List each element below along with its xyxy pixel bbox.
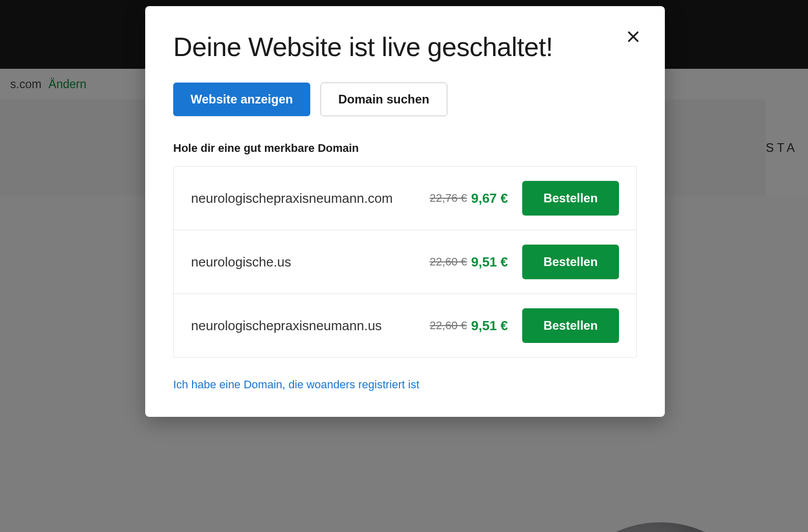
- price-new: 9,67 €: [471, 191, 508, 206]
- order-button[interactable]: Bestellen: [522, 181, 619, 216]
- domain-list: neurologischepraxisneumann.com 22,76 € 9…: [173, 166, 637, 358]
- search-domain-button[interactable]: Domain suchen: [320, 83, 447, 116]
- price-new: 9,51 €: [471, 318, 508, 334]
- live-modal: Deine Website ist live geschaltet! Websi…: [145, 6, 665, 417]
- domain-name: neurologischepraxisneumann.com: [191, 189, 429, 207]
- order-button[interactable]: Bestellen: [522, 245, 619, 279]
- price-block: 22,76 € 9,67 €: [429, 191, 508, 206]
- price-block: 22,60 € 9,51 €: [429, 254, 508, 270]
- domain-section-label: Hole dir eine gut merkbare Domain: [173, 142, 637, 155]
- domain-name: neurologischepraxisneumann.us: [191, 316, 429, 335]
- close-button[interactable]: [623, 26, 643, 47]
- price-old: 22,60 €: [429, 319, 467, 332]
- order-button[interactable]: Bestellen: [522, 308, 619, 343]
- modal-title: Deine Website ist live geschaltet!: [173, 32, 637, 62]
- view-site-button[interactable]: Website anzeigen: [173, 83, 310, 116]
- price-old: 22,60 €: [429, 255, 467, 269]
- domain-row: neurologische.us 22,60 € 9,51 € Bestelle…: [174, 230, 636, 294]
- domain-row: neurologischepraxisneumann.us 22,60 € 9,…: [174, 294, 636, 357]
- button-row: Website anzeigen Domain suchen: [173, 83, 637, 116]
- price-old: 22,76 €: [429, 192, 467, 205]
- domain-row: neurologischepraxisneumann.com 22,76 € 9…: [174, 167, 636, 230]
- domain-name: neurologische.us: [191, 253, 429, 271]
- price-new: 9,51 €: [471, 254, 508, 270]
- existing-domain-link[interactable]: Ich habe eine Domain, die woanders regis…: [173, 378, 637, 391]
- price-block: 22,60 € 9,51 €: [429, 318, 508, 334]
- close-icon: [627, 30, 640, 43]
